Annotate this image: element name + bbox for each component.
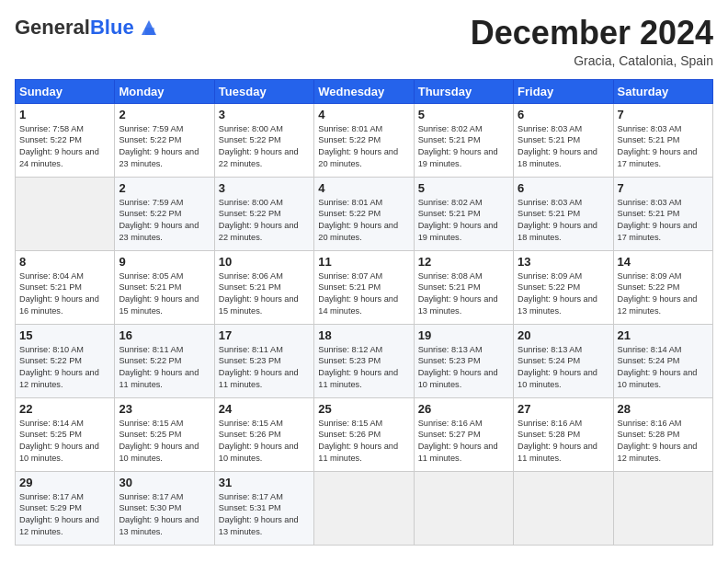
calendar-row: 2Sunrise: 7:59 AMSunset: 5:22 PMDaylight… bbox=[16, 177, 713, 250]
calendar-cell-30: 30Sunrise: 8:17 AMSunset: 5:30 PMDayligh… bbox=[115, 471, 214, 545]
header-tuesday: Tuesday bbox=[214, 79, 313, 103]
calendar-header-row: Sunday Monday Tuesday Wednesday Thursday… bbox=[16, 79, 713, 103]
calendar-cell-4: 4Sunrise: 8:01 AMSunset: 5:22 PMDaylight… bbox=[314, 103, 414, 177]
calendar-cell-17: 17Sunrise: 8:11 AMSunset: 5:23 PMDayligh… bbox=[214, 324, 313, 397]
calendar-cell-empty bbox=[314, 471, 414, 545]
calendar-cell-19: 19Sunrise: 8:13 AMSunset: 5:23 PMDayligh… bbox=[414, 324, 513, 397]
calendar-cell-empty bbox=[16, 177, 115, 250]
calendar-cell-2: 2Sunrise: 7:59 AMSunset: 5:22 PMDaylight… bbox=[115, 177, 214, 250]
calendar-table: Sunday Monday Tuesday Wednesday Thursday… bbox=[15, 79, 713, 546]
calendar-cell-3: 3Sunrise: 8:00 AMSunset: 5:22 PMDaylight… bbox=[214, 177, 313, 250]
logo-icon bbox=[136, 15, 162, 40]
svg-marker-1 bbox=[145, 28, 154, 35]
calendar-cell-28: 28Sunrise: 8:16 AMSunset: 5:28 PMDayligh… bbox=[613, 397, 712, 471]
calendar-cell-empty bbox=[613, 471, 712, 545]
header-thursday: Thursday bbox=[414, 79, 513, 103]
logo: GeneralBlue bbox=[15, 15, 162, 40]
calendar-cell-5: 5Sunrise: 8:02 AMSunset: 5:21 PMDaylight… bbox=[414, 103, 513, 177]
calendar-cell-empty bbox=[514, 471, 613, 545]
header-saturday: Saturday bbox=[613, 79, 712, 103]
calendar-cell-3: 3Sunrise: 8:00 AMSunset: 5:22 PMDaylight… bbox=[214, 103, 313, 177]
calendar-cell-25: 25Sunrise: 8:15 AMSunset: 5:26 PMDayligh… bbox=[314, 397, 414, 471]
calendar-row: 22Sunrise: 8:14 AMSunset: 5:25 PMDayligh… bbox=[16, 397, 713, 471]
calendar-cell-12: 12Sunrise: 8:08 AMSunset: 5:21 PMDayligh… bbox=[414, 250, 513, 324]
calendar-cell-11: 11Sunrise: 8:07 AMSunset: 5:21 PMDayligh… bbox=[314, 250, 414, 324]
calendar-cell-16: 16Sunrise: 8:11 AMSunset: 5:22 PMDayligh… bbox=[115, 324, 214, 397]
calendar-cell-empty bbox=[414, 471, 513, 545]
calendar-row: 8Sunrise: 8:04 AMSunset: 5:21 PMDaylight… bbox=[16, 250, 713, 324]
page-container: GeneralBlue December 2024 Gracia, Catalo… bbox=[0, 0, 728, 555]
calendar-cell-20: 20Sunrise: 8:13 AMSunset: 5:24 PMDayligh… bbox=[514, 324, 613, 397]
calendar-cell-7: 7Sunrise: 8:03 AMSunset: 5:21 PMDaylight… bbox=[613, 177, 712, 250]
calendar-cell-2: 2Sunrise: 7:59 AMSunset: 5:22 PMDaylight… bbox=[115, 103, 214, 177]
calendar-cell-27: 27Sunrise: 8:16 AMSunset: 5:28 PMDayligh… bbox=[514, 397, 613, 471]
calendar-cell-6: 6Sunrise: 8:03 AMSunset: 5:21 PMDaylight… bbox=[514, 177, 613, 250]
calendar-cell-9: 9Sunrise: 8:05 AMSunset: 5:21 PMDaylight… bbox=[115, 250, 214, 324]
calendar-cell-24: 24Sunrise: 8:15 AMSunset: 5:26 PMDayligh… bbox=[214, 397, 313, 471]
calendar-row: 15Sunrise: 8:10 AMSunset: 5:22 PMDayligh… bbox=[16, 324, 713, 397]
calendar-row: 1Sunrise: 7:58 AMSunset: 5:22 PMDaylight… bbox=[16, 103, 713, 177]
calendar-cell-29: 29Sunrise: 8:17 AMSunset: 5:29 PMDayligh… bbox=[16, 471, 115, 545]
header-friday: Friday bbox=[514, 79, 613, 103]
calendar-cell-31: 31Sunrise: 8:17 AMSunset: 5:31 PMDayligh… bbox=[214, 471, 313, 545]
calendar-cell-26: 26Sunrise: 8:16 AMSunset: 5:27 PMDayligh… bbox=[414, 397, 513, 471]
calendar-cell-15: 15Sunrise: 8:10 AMSunset: 5:22 PMDayligh… bbox=[16, 324, 115, 397]
calendar-cell-21: 21Sunrise: 8:14 AMSunset: 5:24 PMDayligh… bbox=[613, 324, 712, 397]
header-monday: Monday bbox=[115, 79, 214, 103]
calendar-cell-5: 5Sunrise: 8:02 AMSunset: 5:21 PMDaylight… bbox=[414, 177, 513, 250]
calendar-cell-14: 14Sunrise: 8:09 AMSunset: 5:22 PMDayligh… bbox=[613, 250, 712, 324]
month-title: December 2024 bbox=[471, 15, 713, 52]
calendar-row: 29Sunrise: 8:17 AMSunset: 5:29 PMDayligh… bbox=[16, 471, 713, 545]
calendar-cell-18: 18Sunrise: 8:12 AMSunset: 5:23 PMDayligh… bbox=[314, 324, 414, 397]
calendar-cell-8: 8Sunrise: 8:04 AMSunset: 5:21 PMDaylight… bbox=[16, 250, 115, 324]
calendar-cell-23: 23Sunrise: 8:15 AMSunset: 5:25 PMDayligh… bbox=[115, 397, 214, 471]
calendar-cell-6: 6Sunrise: 8:03 AMSunset: 5:21 PMDaylight… bbox=[514, 103, 613, 177]
calendar-cell-1: 1Sunrise: 7:58 AMSunset: 5:22 PMDaylight… bbox=[16, 103, 115, 177]
title-block: December 2024 Gracia, Catalonia, Spain bbox=[471, 15, 713, 68]
header-wednesday: Wednesday bbox=[314, 79, 414, 103]
calendar-cell-4: 4Sunrise: 8:01 AMSunset: 5:22 PMDaylight… bbox=[314, 177, 414, 250]
calendar-cell-13: 13Sunrise: 8:09 AMSunset: 5:22 PMDayligh… bbox=[514, 250, 613, 324]
calendar-cell-10: 10Sunrise: 8:06 AMSunset: 5:21 PMDayligh… bbox=[214, 250, 313, 324]
logo-general: GeneralBlue bbox=[15, 17, 134, 39]
calendar-cell-22: 22Sunrise: 8:14 AMSunset: 5:25 PMDayligh… bbox=[16, 397, 115, 471]
header-sunday: Sunday bbox=[16, 79, 115, 103]
calendar-cell-7: 7Sunrise: 8:03 AMSunset: 5:21 PMDaylight… bbox=[613, 103, 712, 177]
header: GeneralBlue December 2024 Gracia, Catalo… bbox=[15, 15, 713, 68]
location: Gracia, Catalonia, Spain bbox=[471, 53, 713, 68]
